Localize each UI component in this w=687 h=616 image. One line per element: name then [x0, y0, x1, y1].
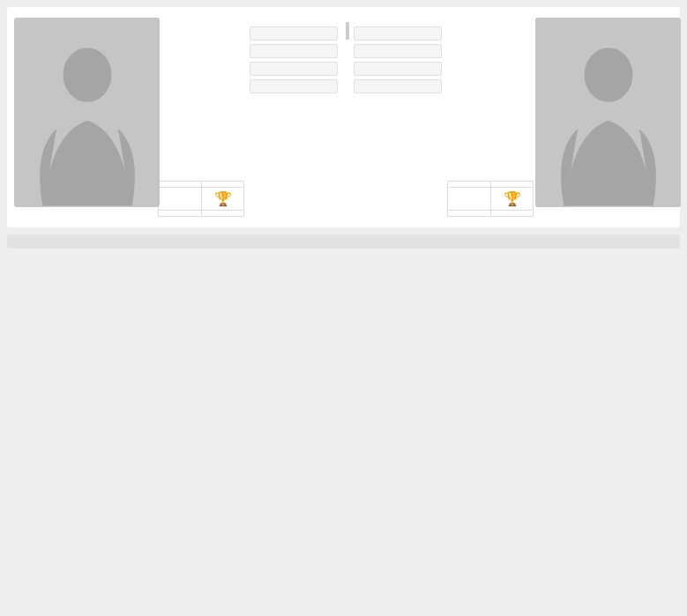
left-high-card — [250, 44, 338, 58]
right-flag-france — [347, 22, 349, 40]
right-plays-card — [354, 79, 442, 93]
left-player-info: 🏆 — [157, 18, 245, 217]
svg-point-1 — [584, 48, 632, 102]
left-stat-slam — [201, 181, 244, 188]
form-row — [7, 234, 680, 249]
left-trophy-cell: 🏆 — [201, 188, 244, 211]
left-stat-mast — [158, 188, 201, 211]
trophy-right-icon: 🏆 — [504, 190, 521, 207]
right-high-card — [354, 44, 442, 58]
left-player-photo — [14, 18, 160, 207]
right-stat-slam — [490, 181, 534, 188]
left-stat-total — [158, 181, 201, 188]
left-rank-card — [250, 26, 338, 41]
right-trophy-cell: 🏆 — [490, 188, 534, 211]
svg-point-0 — [63, 48, 111, 102]
right-stat-minor — [490, 211, 534, 217]
left-age-card — [250, 62, 338, 76]
right-player-info: 🏆 — [446, 18, 534, 217]
right-stat-mast — [447, 188, 490, 211]
right-stat-total — [447, 181, 490, 188]
left-stat-chall — [158, 211, 201, 217]
right-player-photo — [535, 18, 681, 207]
left-stat-minor — [201, 211, 244, 217]
right-stat-chall — [447, 211, 490, 217]
right-rank-column — [354, 26, 442, 93]
trophy-left-icon: 🏆 — [214, 190, 232, 207]
center-h2h — [342, 18, 349, 99]
right-age-card — [354, 62, 442, 76]
left-rank-column — [250, 26, 338, 93]
left-plays-card — [250, 79, 338, 93]
right-rank-card — [354, 26, 442, 41]
